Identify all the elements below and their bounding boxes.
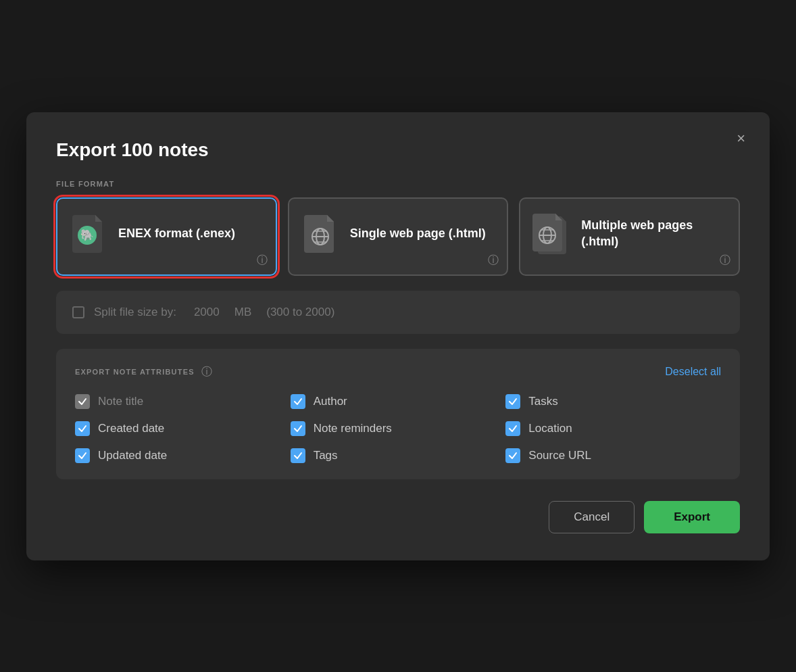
multi-html-icon (532, 212, 570, 256)
enex-label: ENEX format (.enex) (118, 226, 235, 241)
source-url-label: Source URL (528, 449, 591, 462)
format-cards-container: 🐘 ENEX format (.enex) ⓘ Single web page (56, 197, 740, 276)
attributes-section: EXPORT NOTE ATTRIBUTES ⓘ Deselect all No… (56, 349, 740, 479)
split-file-section: Split file size by: 2000 MB (300 to 2000… (56, 291, 740, 334)
attr-tasks: Tasks (505, 394, 721, 409)
updated-date-checkbox[interactable] (75, 448, 90, 463)
note-title-label: Note title (98, 395, 143, 408)
split-file-range: (300 to 2000) (266, 306, 334, 319)
attr-author: Author (291, 394, 506, 409)
note-reminders-checkbox[interactable] (291, 421, 305, 436)
deselect-all-button[interactable]: Deselect all (665, 366, 721, 378)
attr-source-url: Source URL (505, 448, 721, 463)
single-html-info-icon[interactable]: ⓘ (488, 254, 499, 268)
close-button[interactable]: × (731, 128, 751, 149)
single-html-icon (301, 212, 339, 256)
multi-html-label: Multiple web pages (.html) (581, 218, 726, 249)
attr-tags: Tags (291, 448, 506, 463)
split-checkbox[interactable] (72, 306, 84, 318)
attributes-header-left: EXPORT NOTE ATTRIBUTES ⓘ (75, 365, 212, 379)
enex-icon: 🐘 (70, 212, 107, 256)
attr-updated-date: Updated date (75, 448, 291, 463)
attr-location: Location (505, 421, 721, 436)
attr-created-date: Created date (75, 421, 291, 436)
format-card-single-html[interactable]: Single web page (.html) ⓘ (288, 197, 509, 276)
location-checkbox[interactable] (505, 421, 520, 436)
dialog-footer: Cancel Export (56, 501, 740, 533)
enex-info-icon[interactable]: ⓘ (257, 254, 268, 268)
format-card-enex[interactable]: 🐘 ENEX format (.enex) ⓘ (56, 197, 277, 276)
author-label: Author (314, 395, 347, 408)
export-dialog: × Export 100 notes FILE FORMAT 🐘 ENEX fo… (26, 112, 770, 560)
source-url-checkbox[interactable] (505, 448, 520, 463)
attr-note-reminders: Note reminders (291, 421, 506, 436)
export-button[interactable]: Export (644, 501, 740, 533)
attributes-grid: Note title Author Tasks (75, 394, 721, 463)
note-title-checkbox[interactable] (75, 394, 90, 409)
dialog-title: Export 100 notes (56, 139, 740, 161)
created-date-label: Created date (98, 422, 164, 435)
file-format-label: FILE FORMAT (56, 180, 740, 188)
multi-html-info-icon[interactable]: ⓘ (720, 254, 730, 268)
created-date-checkbox[interactable] (75, 421, 90, 436)
format-card-multi-html[interactable]: Multiple web pages (.html) ⓘ (519, 197, 740, 276)
attributes-info-icon[interactable]: ⓘ (201, 365, 212, 379)
tags-checkbox[interactable] (291, 448, 305, 463)
attributes-header: EXPORT NOTE ATTRIBUTES ⓘ Deselect all (75, 365, 721, 379)
tasks-label: Tasks (528, 395, 557, 408)
location-label: Location (528, 422, 572, 435)
updated-date-label: Updated date (98, 449, 167, 462)
tags-label: Tags (314, 449, 338, 462)
single-html-label: Single web page (.html) (350, 226, 486, 241)
split-file-value: 2000 (194, 306, 220, 319)
split-file-unit: MB (234, 306, 252, 319)
attributes-section-label: EXPORT NOTE ATTRIBUTES (75, 368, 195, 376)
note-reminders-label: Note reminders (314, 422, 392, 435)
svg-text:🐘: 🐘 (80, 229, 94, 241)
author-checkbox[interactable] (291, 394, 305, 409)
cancel-button[interactable]: Cancel (549, 501, 635, 533)
tasks-checkbox[interactable] (505, 394, 520, 409)
split-file-label: Split file size by: (94, 306, 176, 319)
attr-note-title: Note title (75, 394, 291, 409)
